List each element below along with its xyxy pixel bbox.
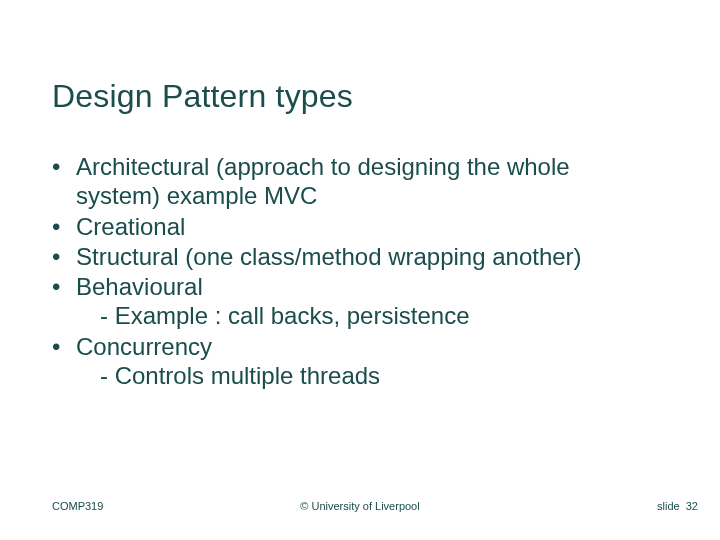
bullet-item: Architectural (approach to designing the… <box>52 152 660 211</box>
sub-bullet-text: - Controls multiple threads <box>100 361 380 390</box>
bullet-text: Behavioural <box>76 273 203 300</box>
bullet-item: Structural (one class/method wrapping an… <box>52 242 660 271</box>
bullet-item: Creational <box>52 212 660 241</box>
sub-bullet: - Example : call backs, persistence <box>76 301 660 330</box>
bullet-list: Architectural (approach to designing the… <box>52 152 660 390</box>
footer-copyright: © University of Liverpool <box>0 500 720 512</box>
slide: Design Pattern types Architectural (appr… <box>0 0 720 540</box>
bullet-text: Concurrency <box>76 333 212 360</box>
slide-footer: COMP319 © University of Liverpool slide … <box>0 500 720 518</box>
footer-slide-num: 32 <box>686 500 698 512</box>
sub-bullet-text: - Example : call backs, persistence <box>100 301 469 330</box>
footer-slide-label: slide <box>657 500 680 512</box>
bullet-text: Creational <box>76 213 185 240</box>
footer-slide-number: slide 32 <box>657 500 698 512</box>
bullet-item: Concurrency - Controls multiple threads <box>52 332 660 391</box>
sub-bullet: - Controls multiple threads <box>76 361 660 390</box>
slide-title: Design Pattern types <box>52 78 353 115</box>
bullet-text: Architectural (approach to designing the… <box>76 153 570 209</box>
bullet-item: Behavioural - Example : call backs, pers… <box>52 272 660 331</box>
slide-body: Architectural (approach to designing the… <box>52 152 660 391</box>
bullet-text: Structural (one class/method wrapping an… <box>76 243 582 270</box>
